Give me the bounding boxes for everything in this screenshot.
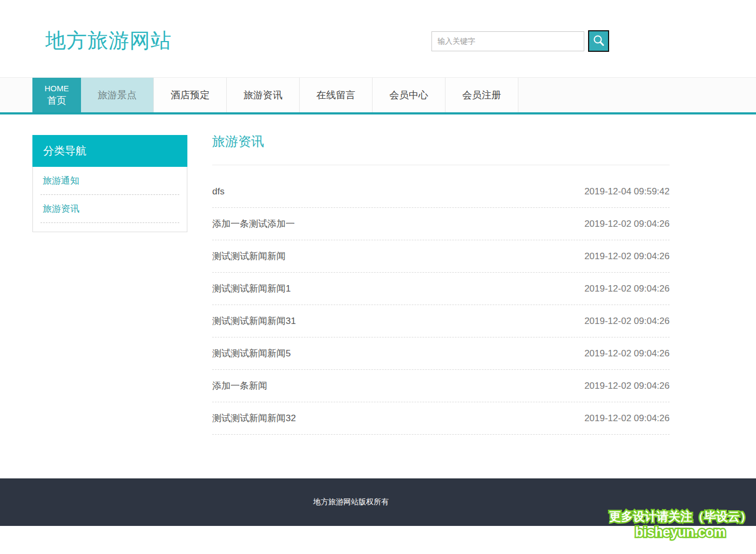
nav-item-travel-news[interactable]: 旅游资讯 (227, 78, 300, 112)
article-date: 2019-12-02 09:04:26 (584, 219, 670, 229)
sidebar-list: 旅游通知 旅游资讯 (32, 167, 187, 232)
nav-item-label: 酒店预定 (171, 89, 210, 102)
watermark-line1: 更多设计请关注（毕设云） (609, 510, 752, 524)
nav-home-en: HOME (45, 83, 69, 94)
site-logo: 地方旅游网站 (45, 27, 172, 55)
article-row: 测试测试新闻新闻5 2019-12-02 09:04:26 (212, 337, 670, 370)
nav-item-member-center[interactable]: 会员中心 (373, 78, 446, 112)
article-link[interactable]: dfs (212, 186, 225, 197)
sidebar-title: 分类导航 (32, 135, 187, 167)
sidebar-item-label: 旅游通知 (43, 174, 79, 187)
article-link[interactable]: 测试测试新闻新闻31 (212, 315, 296, 327)
nav-item-label: 旅游资讯 (244, 89, 282, 102)
article-date: 2019-12-02 09:04:26 (584, 316, 670, 327)
article-link[interactable]: 添加一条测试添加一 (212, 218, 295, 230)
nav-item-home[interactable]: HOME 首页 (32, 78, 81, 112)
nav-item-label: 会员注册 (462, 89, 501, 102)
search-button[interactable] (588, 30, 609, 52)
article-link[interactable]: 测试测试新闻新闻 (212, 250, 286, 262)
page-title: 旅游资讯 (212, 133, 670, 165)
nav-item-label: 会员中心 (389, 89, 428, 102)
watermark: 更多设计请关注（毕设云） bisheyun.com (609, 510, 752, 540)
nav-item-member-register[interactable]: 会员注册 (446, 78, 518, 112)
article-date: 2019-12-02 09:04:26 (584, 413, 670, 424)
article-link[interactable]: 添加一条新闻 (212, 380, 267, 392)
watermark-line2: bisheyun.com (609, 524, 752, 540)
article-link[interactable]: 测试测试新闻新闻32 (212, 412, 296, 424)
category-sidebar: 分类导航 旅游通知 旅游资讯 (32, 135, 187, 435)
nav-home-label: 首页 (47, 94, 66, 107)
news-panel: 旅游资讯 dfs 2019-12-04 09:59:42 添加一条测试添加一 2… (212, 133, 670, 435)
article-row: 测试测试新闻新闻1 2019-12-02 09:04:26 (212, 273, 670, 305)
article-link[interactable]: 测试测试新闻新闻5 (212, 347, 291, 360)
nav-item-scenic-spots[interactable]: 旅游景点 (81, 78, 154, 112)
article-row: 添加一条测试添加一 2019-12-02 09:04:26 (212, 208, 670, 240)
article-list: dfs 2019-12-04 09:59:42 添加一条测试添加一 2019-1… (212, 165, 670, 435)
article-date: 2019-12-02 09:04:26 (584, 283, 670, 294)
content-area: 分类导航 旅游通知 旅游资讯 旅游资讯 dfs 2019-12-04 09:59… (32, 133, 670, 435)
search-box (431, 30, 609, 52)
article-link[interactable]: 测试测试新闻新闻1 (212, 282, 291, 295)
sidebar-item-travel-notice[interactable]: 旅游通知 (40, 167, 179, 195)
article-date: 2019-12-04 09:59:42 (584, 186, 670, 197)
magnifier-icon (592, 34, 606, 48)
nav-item-message-board[interactable]: 在线留言 (300, 78, 373, 112)
article-row: 测试测试新闻新闻31 2019-12-02 09:04:26 (212, 305, 670, 337)
article-date: 2019-12-02 09:04:26 (584, 251, 670, 262)
sidebar-item-travel-news[interactable]: 旅游资讯 (40, 195, 179, 223)
main-nav: HOME 首页 旅游景点 酒店预定 旅游资讯 在线留言 会员中心 会员注册 (0, 77, 756, 114)
article-row: 添加一条新闻 2019-12-02 09:04:26 (212, 370, 670, 402)
article-date: 2019-12-02 09:04:26 (584, 381, 670, 391)
search-input[interactable] (431, 31, 584, 51)
article-row: dfs 2019-12-04 09:59:42 (212, 175, 670, 208)
nav-item-label: 旅游景点 (98, 89, 137, 102)
article-row: 测试测试新闻新闻32 2019-12-02 09:04:26 (212, 402, 670, 435)
article-row: 测试测试新闻新闻 2019-12-02 09:04:26 (212, 240, 670, 273)
sidebar-item-label: 旅游资讯 (43, 202, 79, 215)
site-header: 地方旅游网站 (0, 0, 756, 77)
nav-item-hotel-booking[interactable]: 酒店预定 (154, 78, 227, 112)
article-date: 2019-12-02 09:04:26 (584, 348, 670, 359)
nav-item-label: 在线留言 (316, 89, 355, 102)
copyright-text: 地方旅游网站版权所有 (313, 497, 389, 507)
